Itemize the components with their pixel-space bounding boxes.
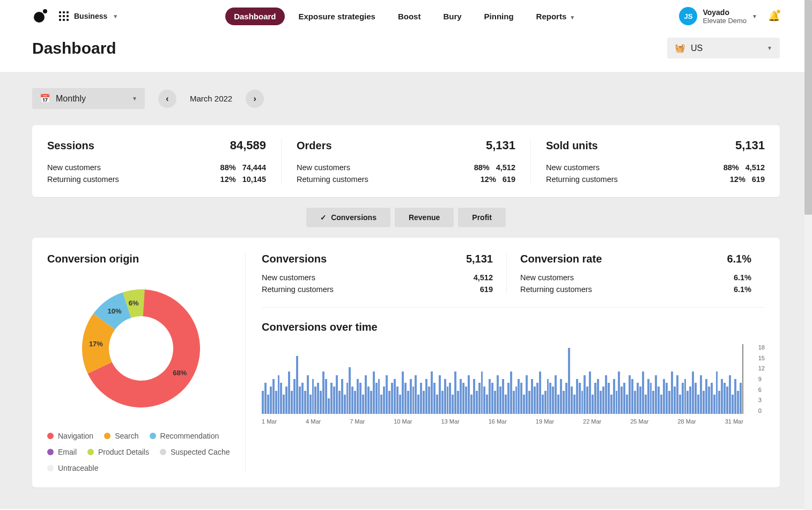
x-tick: 1 Mar: [262, 418, 277, 425]
svg-point-0: [34, 12, 45, 23]
bar: [454, 371, 456, 414]
next-period-button[interactable]: ›: [246, 90, 264, 108]
segment-revenue[interactable]: Revenue: [395, 208, 454, 227]
bar: [581, 391, 584, 414]
x-tick: 7 Mar: [350, 418, 365, 425]
nav-reports[interactable]: Reports▼: [528, 8, 584, 25]
bar: [544, 391, 547, 414]
bar: [447, 387, 449, 414]
bar: [499, 387, 501, 414]
bar: [425, 379, 427, 414]
nav-dashboard[interactable]: Dashboard: [225, 8, 284, 25]
bar: [515, 387, 518, 414]
bar: [293, 379, 296, 414]
bar: [470, 395, 473, 414]
subheader: Dashboard 🧺 US ▼: [0, 32, 812, 72]
nav-bury[interactable]: Bury: [434, 8, 470, 25]
nav-boost[interactable]: Boost: [389, 8, 430, 25]
bar: [388, 391, 390, 414]
bar: [573, 395, 575, 414]
granularity-label: Monthly: [56, 94, 86, 104]
caret-down-icon: ▼: [767, 45, 772, 51]
business-selector[interactable]: Business ▼: [59, 11, 118, 21]
scrollbar[interactable]: [804, 0, 812, 509]
bar: [531, 379, 533, 414]
x-tick: 10 Mar: [394, 418, 412, 425]
bar: [439, 375, 441, 414]
legend-swatch: [87, 449, 94, 455]
bar: [605, 375, 607, 414]
bar: [367, 387, 370, 414]
segment-conversions[interactable]: Conversions: [306, 208, 390, 227]
notifications-button[interactable]: 🔔: [768, 10, 780, 22]
mini-row: New customers4,512: [262, 273, 493, 282]
bar: [579, 383, 581, 414]
stat-title: Orders: [297, 140, 332, 152]
bar: [462, 383, 464, 414]
bar: [417, 395, 419, 414]
bar: [542, 395, 544, 414]
topbar: Business ▼ DashboardExposure strategiesB…: [0, 0, 812, 32]
segment-profit[interactable]: Profit: [458, 208, 506, 227]
stat-row: Returning customers12%619: [297, 175, 515, 184]
bar: [713, 395, 715, 414]
bar: [359, 383, 361, 414]
stat-total: 84,589: [230, 139, 266, 152]
bar: [616, 391, 618, 414]
mini-total: 6.1%: [727, 253, 751, 265]
bar: [734, 379, 736, 414]
bar: [555, 375, 557, 414]
legend-swatch: [47, 433, 54, 439]
bar: [270, 387, 272, 414]
bar: [729, 375, 731, 414]
bar: [449, 383, 451, 414]
scroll-thumb[interactable]: [804, 0, 812, 215]
legend-swatch: [160, 449, 166, 455]
prev-period-button[interactable]: ‹: [158, 90, 176, 108]
stat-row: New customers88%74,444: [47, 163, 266, 172]
caret-down-icon: ▼: [113, 13, 118, 19]
market-selector[interactable]: 🧺 US ▼: [667, 38, 780, 59]
apps-grid-icon: [59, 11, 69, 21]
bar: [452, 395, 454, 414]
user-menu[interactable]: JS Voyado Elevate Demo ▼: [679, 7, 757, 25]
bar: [304, 391, 306, 414]
bar: [328, 398, 330, 414]
conversion-origin-panel: Conversion origin 68%17%10%6% Navigation…: [47, 253, 246, 472]
bar: [354, 391, 356, 414]
x-tick: 25 Mar: [630, 418, 648, 425]
bar: [317, 383, 319, 414]
granularity-selector[interactable]: 📅 Monthly ▼: [32, 88, 145, 109]
bar: [618, 371, 620, 414]
bar: [689, 387, 691, 414]
stat-row: Returning customers12%619: [546, 175, 765, 184]
bar: [301, 383, 304, 414]
bar: [264, 383, 267, 414]
bar: [697, 395, 699, 414]
bar: [726, 387, 728, 414]
bar: [502, 379, 504, 414]
bar: [634, 391, 636, 414]
bar: [576, 379, 578, 414]
bar: [262, 391, 264, 414]
legend-swatch: [47, 465, 54, 471]
bar: [639, 387, 641, 414]
nav-exposure-strategies[interactable]: Exposure strategies: [290, 8, 384, 25]
bar: [700, 375, 702, 414]
bar: [322, 371, 324, 414]
bar: [705, 379, 707, 414]
bar: [402, 371, 404, 414]
market-label: US: [691, 43, 703, 53]
nav-pinning[interactable]: Pinning: [476, 8, 522, 25]
bar: [288, 371, 290, 414]
bar: [737, 391, 739, 414]
mini-row: Returning customers6.1%: [520, 285, 751, 294]
bar: [394, 379, 396, 414]
bar: [505, 395, 507, 414]
bar: [380, 395, 382, 414]
bar: [457, 391, 459, 414]
bar: [668, 391, 670, 414]
x-tick: 28 Mar: [677, 418, 696, 425]
stat-col: Sessions84,589New customers88%74,444Retu…: [32, 139, 282, 184]
bar: [473, 379, 475, 414]
